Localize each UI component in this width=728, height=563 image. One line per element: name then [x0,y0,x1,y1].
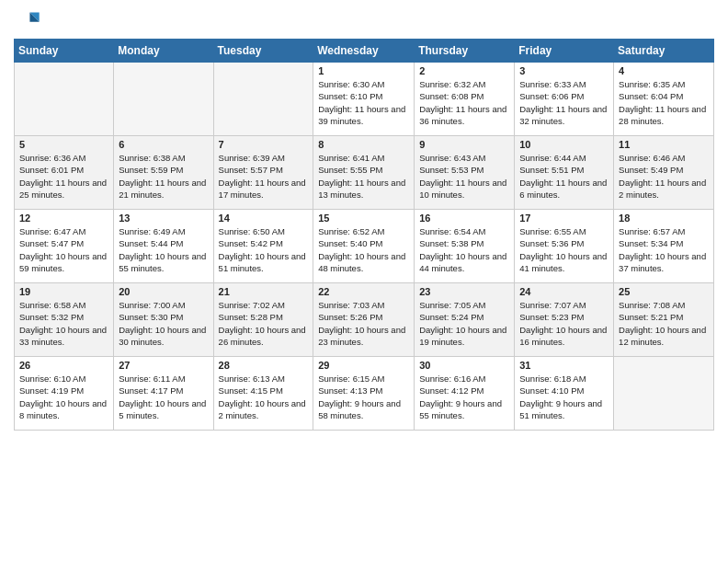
day-cell: 28Sunrise: 6:13 AM Sunset: 4:15 PM Dayli… [213,357,313,431]
header-row: SundayMondayTuesdayWednesdayThursdayFrid… [15,40,714,63]
calendar-table: SundayMondayTuesdayWednesdayThursdayFrid… [14,39,714,431]
day-info: Sunrise: 6:50 AM Sunset: 5:42 PM Dayligh… [219,225,309,274]
day-info: Sunrise: 6:13 AM Sunset: 4:15 PM Dayligh… [219,373,309,421]
day-info: Sunrise: 6:49 AM Sunset: 5:44 PM Dayligh… [119,225,208,274]
day-number: 22 [318,286,409,297]
col-header-monday: Monday [114,40,213,63]
day-info: Sunrise: 7:05 AM Sunset: 5:24 PM Dayligh… [419,299,509,348]
day-cell [15,63,114,136]
day-number: 4 [619,65,709,76]
day-cell: 23Sunrise: 7:05 AM Sunset: 5:24 PM Dayli… [415,283,515,357]
day-cell: 13Sunrise: 6:49 AM Sunset: 5:44 PM Dayli… [114,210,213,283]
day-cell: 31Sunrise: 6:18 AM Sunset: 4:10 PM Dayli… [515,357,614,431]
day-cell: 15Sunrise: 6:52 AM Sunset: 5:40 PM Dayli… [313,210,415,283]
day-number: 14 [219,213,309,224]
day-info: Sunrise: 6:10 AM Sunset: 4:19 PM Dayligh… [19,373,108,421]
day-cell: 9Sunrise: 6:43 AM Sunset: 5:53 PM Daylig… [415,136,515,210]
day-cell: 21Sunrise: 7:02 AM Sunset: 5:28 PM Dayli… [213,283,313,357]
day-number: 6 [119,139,208,150]
day-info: Sunrise: 7:03 AM Sunset: 5:26 PM Dayligh… [318,299,409,348]
day-number: 20 [119,286,208,297]
col-header-thursday: Thursday [415,40,515,63]
logo [14,9,43,31]
day-cell: 25Sunrise: 7:08 AM Sunset: 5:21 PM Dayli… [614,283,714,357]
day-info: Sunrise: 6:11 AM Sunset: 4:17 PM Dayligh… [119,373,208,421]
week-row-1: 1Sunrise: 6:30 AM Sunset: 6:10 PM Daylig… [15,63,714,136]
day-info: Sunrise: 6:52 AM Sunset: 5:40 PM Dayligh… [318,225,409,274]
day-number: 25 [619,286,709,297]
day-info: Sunrise: 6:55 AM Sunset: 5:36 PM Dayligh… [519,225,609,274]
day-cell: 7Sunrise: 6:39 AM Sunset: 5:57 PM Daylig… [213,136,313,210]
day-info: Sunrise: 6:32 AM Sunset: 6:08 PM Dayligh… [419,78,509,127]
day-cell: 16Sunrise: 6:54 AM Sunset: 5:38 PM Dayli… [415,210,515,283]
day-info: Sunrise: 6:33 AM Sunset: 6:06 PM Dayligh… [519,78,609,127]
day-number: 1 [318,65,409,76]
day-number: 21 [219,286,309,297]
day-number: 11 [619,139,709,150]
day-number: 24 [519,286,609,297]
day-info: Sunrise: 6:58 AM Sunset: 5:32 PM Dayligh… [19,299,108,348]
day-number: 26 [19,360,108,371]
day-info: Sunrise: 7:00 AM Sunset: 5:30 PM Dayligh… [119,299,208,348]
day-cell: 5Sunrise: 6:36 AM Sunset: 6:01 PM Daylig… [15,136,114,210]
day-number: 30 [419,360,509,371]
day-number: 27 [119,360,208,371]
day-info: Sunrise: 6:30 AM Sunset: 6:10 PM Dayligh… [318,78,409,127]
calendar-body: 1Sunrise: 6:30 AM Sunset: 6:10 PM Daylig… [15,63,714,431]
day-info: Sunrise: 6:54 AM Sunset: 5:38 PM Dayligh… [419,225,509,274]
week-row-4: 19Sunrise: 6:58 AM Sunset: 5:32 PM Dayli… [15,283,714,357]
day-info: Sunrise: 6:41 AM Sunset: 5:55 PM Dayligh… [318,152,409,201]
calendar-header: SundayMondayTuesdayWednesdayThursdayFrid… [15,40,714,63]
day-info: Sunrise: 7:07 AM Sunset: 5:23 PM Dayligh… [519,299,609,348]
day-info: Sunrise: 6:35 AM Sunset: 6:04 PM Dayligh… [619,78,709,127]
day-number: 15 [318,213,409,224]
header [14,9,714,31]
day-cell: 17Sunrise: 6:55 AM Sunset: 5:36 PM Dayli… [515,210,614,283]
day-number: 7 [219,139,309,150]
col-header-wednesday: Wednesday [313,40,415,63]
day-cell: 11Sunrise: 6:46 AM Sunset: 5:49 PM Dayli… [614,136,714,210]
day-cell: 14Sunrise: 6:50 AM Sunset: 5:42 PM Dayli… [213,210,313,283]
day-info: Sunrise: 6:44 AM Sunset: 5:51 PM Dayligh… [519,152,609,201]
day-info: Sunrise: 6:38 AM Sunset: 5:59 PM Dayligh… [119,152,208,201]
day-info: Sunrise: 6:46 AM Sunset: 5:49 PM Dayligh… [619,152,709,201]
day-number: 9 [419,139,509,150]
day-cell: 8Sunrise: 6:41 AM Sunset: 5:55 PM Daylig… [313,136,415,210]
day-info: Sunrise: 6:18 AM Sunset: 4:10 PM Dayligh… [519,373,609,421]
day-cell [213,63,313,136]
day-info: Sunrise: 6:57 AM Sunset: 5:34 PM Dayligh… [619,225,709,274]
day-cell: 27Sunrise: 6:11 AM Sunset: 4:17 PM Dayli… [114,357,213,431]
day-cell: 4Sunrise: 6:35 AM Sunset: 6:04 PM Daylig… [614,63,714,136]
day-number: 2 [419,65,509,76]
day-number: 23 [419,286,509,297]
day-number: 3 [519,65,609,76]
day-cell [114,63,213,136]
day-cell: 19Sunrise: 6:58 AM Sunset: 5:32 PM Dayli… [15,283,114,357]
day-number: 19 [19,286,108,297]
col-header-saturday: Saturday [614,40,714,63]
col-header-sunday: Sunday [15,40,114,63]
day-number: 17 [519,213,609,224]
day-number: 18 [619,213,709,224]
day-cell: 20Sunrise: 7:00 AM Sunset: 5:30 PM Dayli… [114,283,213,357]
day-info: Sunrise: 6:47 AM Sunset: 5:47 PM Dayligh… [19,225,108,274]
day-number: 8 [318,139,409,150]
day-cell: 10Sunrise: 6:44 AM Sunset: 5:51 PM Dayli… [515,136,614,210]
week-row-3: 12Sunrise: 6:47 AM Sunset: 5:47 PM Dayli… [15,210,714,283]
day-cell: 22Sunrise: 7:03 AM Sunset: 5:26 PM Dayli… [313,283,415,357]
day-cell: 6Sunrise: 6:38 AM Sunset: 5:59 PM Daylig… [114,136,213,210]
day-info: Sunrise: 6:43 AM Sunset: 5:53 PM Dayligh… [419,152,509,201]
day-number: 29 [318,360,409,371]
page: SundayMondayTuesdayWednesdayThursdayFrid… [0,0,728,440]
day-info: Sunrise: 6:36 AM Sunset: 6:01 PM Dayligh… [19,152,108,201]
week-row-2: 5Sunrise: 6:36 AM Sunset: 6:01 PM Daylig… [15,136,714,210]
day-cell: 30Sunrise: 6:16 AM Sunset: 4:12 PM Dayli… [415,357,515,431]
day-info: Sunrise: 6:15 AM Sunset: 4:13 PM Dayligh… [318,373,409,421]
week-row-5: 26Sunrise: 6:10 AM Sunset: 4:19 PM Dayli… [15,357,714,431]
day-number: 10 [519,139,609,150]
day-cell: 3Sunrise: 6:33 AM Sunset: 6:06 PM Daylig… [515,63,614,136]
day-cell: 2Sunrise: 6:32 AM Sunset: 6:08 PM Daylig… [415,63,515,136]
day-cell: 29Sunrise: 6:15 AM Sunset: 4:13 PM Dayli… [313,357,415,431]
logo-icon [14,9,40,31]
day-info: Sunrise: 6:39 AM Sunset: 5:57 PM Dayligh… [219,152,309,201]
